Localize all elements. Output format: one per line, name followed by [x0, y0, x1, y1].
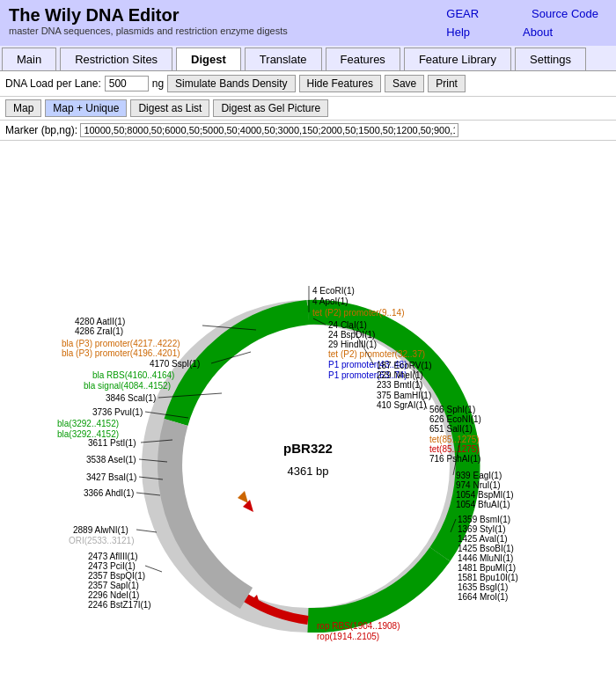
app-title: The Wily DNA Editor: [9, 5, 288, 26]
ann-bsai: 3427 BsaI(1): [86, 472, 136, 482]
ann-ecori: 4 EcoRI(1): [312, 286, 355, 296]
ann-ahdi: 3366 AhdI(1): [84, 488, 134, 498]
ann-tet-p2-1: tet (P2) promoter(9..14): [312, 308, 404, 318]
tab-restriction-sites[interactable]: Restriction Sites: [60, 48, 172, 70]
digest-list-btn[interactable]: Digest as List: [130, 99, 209, 117]
ann-bla-p3-1: bla (P3) promoter(4217..4222): [62, 339, 180, 348]
map-unique-btn[interactable]: Map + Unique: [45, 99, 127, 117]
header: The Wily DNA Editor master DNA sequences…: [0, 0, 616, 46]
ann-pshai: 716 PshAI(1): [429, 454, 480, 464]
ann-zrai: 4286 ZraI(1): [75, 326, 123, 336]
tab-settings[interactable]: Settings: [515, 48, 586, 70]
dna-load-unit: ng: [152, 77, 164, 90]
ann-bpu10i: 1581 Bpu10I(1): [458, 573, 518, 582]
ann-sali: 651 SalI(1): [429, 424, 473, 434]
plasmid-size: 4361 bp: [288, 465, 329, 478]
svg-line-15: [145, 566, 162, 572]
bla-signal-arrow2: [243, 500, 253, 512]
ann-hindiii: 29 HindIII(1): [328, 340, 377, 349]
map-btn[interactable]: Map: [5, 99, 41, 117]
ann-sspi: 4170 SspI(1): [150, 359, 200, 369]
ann-alwni: 2889 AlwNI(1): [73, 525, 128, 535]
ann-styi: 1369 StyI(1): [458, 524, 505, 534]
ann-psti: 3611 PstI(1): [88, 438, 136, 448]
ann-bla-p3-2: bla (P3) promoter(4196..4201): [62, 348, 180, 358]
ann-tet-1: tet(85..1275): [429, 435, 480, 444]
ann-bla-rbs: bla RBS(4160..4164): [92, 370, 174, 380]
svg-line-14: [136, 530, 157, 532]
tab-feature-library[interactable]: Feature Library: [404, 48, 511, 70]
ann-mroi: 1664 MroI(1): [458, 592, 508, 602]
tab-main[interactable]: Main: [2, 48, 56, 70]
ann-nhei: 229 NheI(1): [377, 370, 423, 380]
ann-apoi: 4 ApoI(1): [312, 296, 348, 306]
header-left: The Wily DNA Editor master DNA sequences…: [9, 5, 288, 36]
ann-ori: ORI(2533..3121): [69, 536, 135, 545]
hide-features-btn[interactable]: Hide Features: [299, 75, 381, 92]
ann-ecorv: 187 EcoRV(1): [377, 361, 432, 370]
dna-load-input[interactable]: [105, 76, 149, 91]
ann-bla-signal: bla signal(4084..4152): [84, 381, 171, 391]
ann-bsmi: 1359 BsmI(1): [458, 515, 510, 524]
ann-bmti: 233 BmtI(1): [377, 380, 422, 390]
about-link[interactable]: About: [514, 24, 561, 40]
ann-scai: 3846 ScaI(1): [106, 393, 156, 403]
marker-label: Marker (bp,ng):: [5, 124, 77, 136]
ann-bsgi: 1635 BsgI(1): [458, 582, 508, 592]
ann-pvui: 3736 PvuI(1): [92, 407, 143, 417]
ann-bsobi: 1425 BsoBI(1): [458, 544, 514, 553]
ann-asei: 3538 AseI(1): [86, 455, 136, 465]
toolbar: DNA Load per Lane: ng Simulate Bands Den…: [0, 71, 616, 97]
help-link[interactable]: Help: [437, 24, 479, 40]
ann-sgrai: 410 SgrAI(1): [377, 400, 427, 410]
ann-aatii: 4280 AatII(1): [75, 317, 125, 326]
ann-nrui: 974 NruI(1): [456, 480, 501, 490]
bla-signal-arrow: [238, 491, 248, 503]
ann-sphi: 566 SphI(1): [429, 405, 475, 414]
digest-gel-btn[interactable]: Digest as Gel Picture: [213, 99, 328, 117]
toolbar2: Map Map + Unique Digest as List Digest a…: [0, 97, 616, 121]
gear-link[interactable]: GEAR: [437, 5, 488, 22]
tab-features[interactable]: Features: [326, 48, 400, 70]
tet-arc-bottom: [308, 554, 440, 620]
simulate-bands-btn[interactable]: Simulate Bands Density: [167, 75, 295, 92]
ann-bpumi: 1481 BpuMI(1): [458, 563, 516, 573]
ann-ndei: 2296 NdeI(1): [88, 590, 139, 600]
marker-input[interactable]: [80, 123, 458, 137]
ann-afliii: 2473 AflIII(1): [88, 552, 138, 561]
plasmid-diagram: pBR322 4361 bp 4 EcoRI(1) 4 ApoI(1) tet …: [9, 150, 607, 673]
ann-clai: 24 ClaI(1): [328, 320, 367, 330]
ann-eagi: 939 EagI(1): [456, 471, 502, 480]
print-btn[interactable]: Print: [428, 75, 466, 92]
ann-tet-p2-2: tet (P2) promoter(32..37): [328, 349, 425, 359]
header-right: GEAR Source Code Help About: [437, 5, 607, 40]
dna-load-label: DNA Load per Lane:: [5, 77, 101, 90]
ann-bstz17i: 2246 BstZ17I(1): [88, 600, 151, 610]
ann-bfuai: 1054 BfuAI(1): [456, 500, 510, 509]
ann-econi: 626 EcoNI(1): [429, 414, 481, 424]
nav-bar: Main Restriction Sites Digest Translate …: [0, 46, 616, 71]
ann-sapi: 2357 SapI(1): [88, 581, 139, 590]
ann-rop-rbs: rop RBS(1904..1908): [317, 621, 400, 631]
plasmid-name: pBR322: [283, 441, 333, 456]
ann-bspmi: 1054 BspMI(1): [456, 490, 514, 500]
app-subtitle: master DNA sequences, plasmids and restr…: [9, 26, 288, 36]
marker-row: Marker (bp,ng):: [0, 121, 616, 141]
ann-bspqi: 2357 BspQI(1): [88, 571, 145, 581]
save-btn[interactable]: Save: [385, 75, 424, 92]
ann-mluni: 1446 MluNI(1): [458, 553, 513, 563]
diagram-area: pBR322 4361 bp 4 EcoRI(1) 4 ApoI(1) tet …: [0, 141, 616, 673]
ann-pcii: 2473 PciI(1): [88, 561, 136, 571]
tab-digest[interactable]: Digest: [176, 48, 241, 70]
source-code-link[interactable]: Source Code: [523, 5, 607, 22]
ann-rop: rop(1914..2105): [317, 632, 379, 641]
ann-tet-2: tet(85..1275): [429, 444, 480, 454]
ann-bspdi: 24 BspDI(1): [328, 330, 375, 340]
tab-translate[interactable]: Translate: [245, 48, 322, 70]
ann-avai: 1425 AvaI(1): [458, 534, 508, 544]
ann-bla-1: bla(3292..4152): [57, 419, 119, 428]
